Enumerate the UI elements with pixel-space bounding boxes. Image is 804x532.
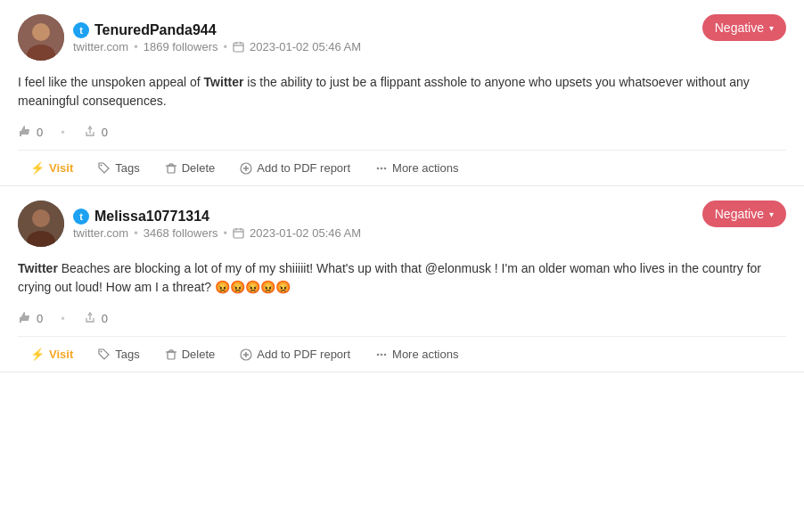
- post-card-2: t Melissa10771314 twitter.com • 3468 fol…: [0, 186, 804, 372]
- trash-icon: [165, 162, 177, 175]
- meta-row: twitter.com • 3468 followers • 2023-01-: [73, 226, 361, 240]
- post-body: Twitter Beaches are blocking a lot of my…: [18, 256, 786, 306]
- svg-point-1: [32, 23, 50, 41]
- meta-row: twitter.com • 1869 followers • 2023-01-: [73, 40, 361, 53]
- post-stats: 0 • 0: [18, 119, 786, 150]
- lightning-icon: ⚡: [30, 161, 45, 175]
- likes-stat: 0: [18, 125, 43, 139]
- date: 2023-01-02 05:46 AM: [233, 40, 361, 53]
- followers-count: 3468 followers: [144, 226, 218, 240]
- visit-button[interactable]: ⚡ Visit: [18, 340, 86, 368]
- sentiment-label: Negative: [715, 207, 764, 221]
- tag-icon: [98, 348, 111, 361]
- username: TenuredPanda944: [94, 22, 217, 38]
- svg-rect-23: [234, 229, 243, 238]
- shares-count: 0: [102, 312, 108, 325]
- trash-icon: [165, 348, 177, 361]
- sentiment-label: Negative: [715, 20, 764, 35]
- user-info: t TenuredPanda944 twitter.com • 1869 fol…: [73, 22, 361, 53]
- svg-point-38: [381, 353, 383, 356]
- svg-point-17: [377, 167, 380, 169]
- tags-button[interactable]: Tags: [86, 340, 152, 368]
- svg-point-37: [377, 353, 380, 356]
- action-bar: ⚡ Visit Tags Delete: [18, 336, 786, 372]
- avatar: [18, 201, 64, 247]
- add-to-pdf-icon: [240, 348, 252, 361]
- svg-point-8: [101, 164, 103, 166]
- user-info: t Melissa10771314 twitter.com • 3468 fol…: [73, 209, 361, 240]
- svg-rect-9: [168, 166, 175, 173]
- platform-icon: t: [73, 22, 89, 38]
- platform-icon: t: [73, 209, 89, 225]
- delete-button[interactable]: Delete: [152, 340, 228, 368]
- delete-button[interactable]: Delete: [152, 154, 228, 182]
- visit-button[interactable]: ⚡ Visit: [18, 154, 86, 182]
- username: Melissa10771314: [94, 209, 209, 225]
- svg-point-19: [384, 167, 387, 169]
- post-stats: 0 • 0: [18, 306, 786, 336]
- add-to-pdf-icon: [240, 162, 252, 175]
- lightning-icon: ⚡: [30, 348, 45, 361]
- thumbs-up-icon: [18, 311, 32, 325]
- add-to-pdf-button[interactable]: Add to PDF report: [227, 154, 363, 182]
- more-actions-icon: [375, 162, 388, 175]
- followers-count: 1869 followers: [144, 40, 218, 53]
- tag-icon: [98, 162, 111, 175]
- action-bar: ⚡ Visit Tags Delete: [18, 150, 786, 185]
- chevron-down-icon: ▾: [769, 209, 774, 219]
- svg-point-28: [101, 350, 103, 352]
- likes-stat: 0: [18, 311, 43, 325]
- sentiment-badge[interactable]: Negative ▾: [702, 201, 786, 227]
- thumbs-up-icon: [18, 125, 32, 139]
- share-icon: [83, 125, 97, 139]
- shares-count: 0: [102, 126, 108, 139]
- chevron-down-icon: ▾: [769, 23, 774, 33]
- sentiment-badge[interactable]: Negative ▾: [702, 14, 786, 41]
- share-icon: [83, 311, 97, 325]
- add-to-pdf-button[interactable]: Add to PDF report: [227, 340, 363, 368]
- shares-stat: 0: [83, 311, 108, 325]
- svg-rect-3: [234, 43, 243, 52]
- platform-label: twitter.com: [73, 226, 128, 240]
- post-card-1: t TenuredPanda944 twitter.com • 1869 fol…: [0, 0, 804, 186]
- avatar: [18, 14, 64, 61]
- post-body: I feel like the unspoken appeal of Twitt…: [18, 70, 786, 119]
- more-actions-button[interactable]: More actions: [363, 154, 471, 182]
- svg-rect-29: [168, 352, 175, 359]
- more-actions-button[interactable]: More actions: [363, 340, 471, 368]
- svg-point-21: [32, 209, 50, 227]
- svg-point-39: [384, 353, 387, 356]
- shares-stat: 0: [83, 125, 108, 139]
- svg-point-18: [381, 167, 383, 169]
- date: 2023-01-02 05:46 AM: [233, 226, 361, 240]
- likes-count: 0: [37, 312, 43, 325]
- likes-count: 0: [37, 126, 43, 139]
- platform-label: twitter.com: [73, 40, 128, 53]
- tags-button[interactable]: Tags: [86, 154, 152, 182]
- more-actions-icon: [375, 348, 388, 361]
